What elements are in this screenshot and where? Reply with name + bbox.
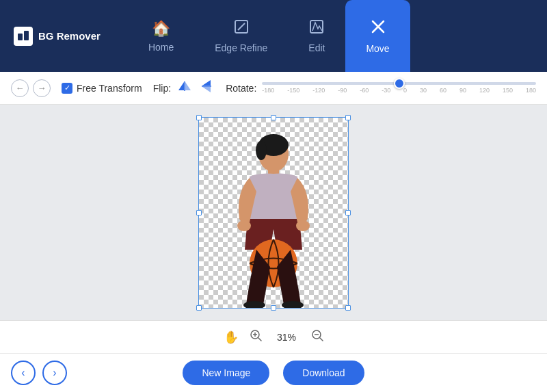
- handle-top-right[interactable]: [345, 115, 351, 120]
- svg-marker-9: [202, 80, 211, 86]
- handle-right-middle[interactable]: [345, 210, 351, 215]
- toolbar: ← → ✓ Free Transform Flip:: [0, 72, 547, 105]
- next-arrow-button[interactable]: ›: [42, 361, 67, 385]
- svg-rect-1: [24, 31, 29, 40]
- footer-nav-group: ‹ ›: [11, 361, 67, 385]
- svg-marker-6: [178, 82, 184, 90]
- logo-icon: [14, 27, 33, 46]
- new-image-button[interactable]: New Image: [183, 361, 269, 385]
- handle-top-middle[interactable]: [271, 115, 276, 120]
- rotate-slider-thumb[interactable]: [394, 78, 405, 89]
- free-transform-label: Free Transform: [77, 83, 142, 94]
- zoom-bar: ✋ 31%: [0, 320, 547, 353]
- nav-label-home: Home: [148, 42, 174, 53]
- rotate-slider-track[interactable]: [262, 82, 536, 85]
- edit-icon: [309, 19, 324, 38]
- footer-bar: ‹ › New Image Download: [0, 353, 547, 392]
- svg-line-24: [258, 338, 261, 341]
- free-transform-group: ✓ Free Transform: [62, 83, 142, 94]
- svg-point-18: [237, 220, 251, 231]
- nav-item-move[interactable]: Move: [345, 0, 410, 72]
- nav-item-edge-refine[interactable]: Edge Refine: [194, 0, 288, 72]
- header: BG Remover 🏠 Home Edge Refine Edit: [0, 0, 547, 72]
- nav-label-move: Move: [366, 43, 389, 54]
- zoom-out-button[interactable]: [311, 329, 323, 345]
- redo-button[interactable]: →: [33, 79, 51, 97]
- prev-arrow-button[interactable]: ‹: [11, 361, 36, 385]
- handle-left-middle[interactable]: [196, 210, 202, 215]
- flip-section: Flip:: [153, 79, 215, 96]
- hand-tool-button[interactable]: ✋: [224, 330, 239, 345]
- download-button[interactable]: Download: [283, 361, 364, 385]
- move-icon: [370, 18, 386, 39]
- zoom-level-display: 31%: [273, 332, 300, 343]
- handle-bottom-right[interactable]: [345, 305, 351, 311]
- home-icon: 🏠: [152, 20, 170, 38]
- svg-point-19: [296, 220, 310, 231]
- image-canvas[interactable]: [198, 117, 349, 309]
- undo-redo-group: ← →: [11, 79, 51, 97]
- svg-marker-11: [202, 87, 211, 92]
- svg-point-14: [256, 141, 267, 160]
- rotate-label: Rotate:: [226, 83, 256, 94]
- canvas-area: [0, 105, 547, 320]
- svg-line-28: [320, 338, 323, 341]
- nav-item-edit[interactable]: Edit: [288, 0, 345, 72]
- svg-rect-0: [18, 34, 23, 40]
- nav-bar: 🏠 Home Edge Refine Edit: [128, 0, 533, 72]
- free-transform-checkbox[interactable]: ✓: [62, 83, 72, 94]
- app-logo: BG Remover: [14, 27, 101, 46]
- flip-label: Flip:: [153, 83, 171, 94]
- rotate-slider-wrapper: -180 -150 -120 -90 -60 -30 0 30 60 90 12…: [262, 79, 536, 96]
- undo-button[interactable]: ←: [11, 79, 29, 97]
- edge-refine-icon: [234, 19, 249, 38]
- person-image: [219, 130, 328, 308]
- handle-top-left[interactable]: [196, 115, 202, 120]
- svg-rect-17: [277, 174, 284, 194]
- rotate-section: Rotate: -180 -150 -120 -90 -60 -30 0 30 …: [226, 79, 536, 96]
- svg-rect-16: [263, 174, 270, 194]
- main-content: ← → ✓ Free Transform Flip:: [0, 72, 547, 392]
- nav-item-home[interactable]: 🏠 Home: [128, 0, 194, 72]
- svg-marker-8: [185, 82, 191, 90]
- app-title: BG Remover: [38, 30, 101, 42]
- handle-bottom-left[interactable]: [196, 305, 202, 311]
- nav-label-edit: Edit: [308, 42, 325, 53]
- zoom-in-button[interactable]: [250, 329, 262, 345]
- flip-vertical-button[interactable]: [198, 79, 215, 96]
- flip-horizontal-button[interactable]: [176, 79, 193, 96]
- nav-label-edge-refine: Edge Refine: [215, 42, 267, 53]
